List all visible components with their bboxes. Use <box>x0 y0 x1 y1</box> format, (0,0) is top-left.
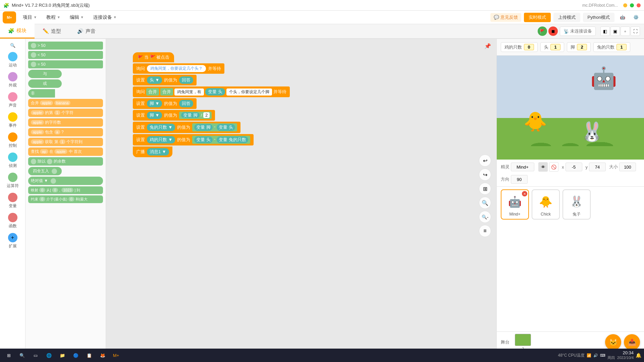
extensions-icon: + <box>8 233 17 242</box>
set-foot-block-2[interactable]: 设置 脚 ▼ 的值为 变量 脚 / 2 <box>133 110 215 121</box>
tab-sound[interactable]: 🔊 声音 <box>69 24 104 39</box>
grid-button[interactable]: ⊞ <box>479 183 491 195</box>
set-foot-block-1[interactable]: 设置 脚 ▼ 的值为 回答 <box>133 98 197 109</box>
close-button[interactable] <box>637 3 641 7</box>
broadcast-block[interactable]: 广播 消息1 ▼ <box>133 146 172 157</box>
tabbar: 🧩 模块 ✏️ 造型 🔊 声音 🚩 ⏹ 📡 未连接设备 ◧ ▣ ▫ ⛶ <box>0 24 644 39</box>
x-position-input[interactable] <box>566 163 582 171</box>
set-chicken-block[interactable]: 设置 鸡的只数 ▼ 的值为 变量 头 - 变量 兔的只数 <box>133 134 254 145</box>
connection-status[interactable]: 📡 未连接设备 <box>560 26 596 36</box>
realtime-mode-button[interactable]: 实时模式 <box>524 13 551 22</box>
event-block[interactable]: 🚩 当 🚩 被点击 <box>133 52 174 62</box>
menu-tutorial[interactable]: 教程 ▼ <box>42 13 64 22</box>
menu-project[interactable]: 项目 ▼ <box>19 13 41 22</box>
undo-button[interactable]: ↩ <box>479 155 491 167</box>
view-left-button[interactable]: ◧ <box>600 26 610 36</box>
app1-button[interactable]: 🔵 <box>70 349 82 361</box>
start-button[interactable]: ⊞ <box>3 349 15 361</box>
tab-blocks[interactable]: 🧩 模块 <box>0 24 35 39</box>
keyboard-icon: ⌨ <box>600 353 605 358</box>
notification-icon[interactable]: 🔔 <box>636 353 641 358</box>
ask-block-1[interactable]: 询问 鸡兔同笼，你要设定几个头？ 并等待 <box>133 63 224 74</box>
sidebar-item-extensions[interactable]: + 扩展 <box>2 232 23 250</box>
view-full-button[interactable]: ⛶ <box>631 26 640 36</box>
sprite-name-input[interactable] <box>511 163 534 171</box>
block-join[interactable]: 合并 apple banana <box>28 99 103 107</box>
chevron-down-icon: ▼ <box>113 15 117 19</box>
block-greater-than[interactable]: > 50 <box>28 42 103 50</box>
view-right-button[interactable]: ▫ <box>621 26 630 36</box>
sidebar-item-sensing[interactable]: 侦测 <box>2 151 23 170</box>
menu-connect[interactable]: 连接设备 ▼ <box>89 13 121 22</box>
minimize-button[interactable] <box>623 3 627 7</box>
block-letter-of[interactable]: apple 的第 1 个字符 <box>28 109 103 117</box>
view-center-button[interactable]: ▣ <box>610 26 620 36</box>
block-get-char[interactable]: apple 获取 第 1 个字符到 <box>28 138 103 146</box>
app3-button[interactable]: 🦊 <box>97 349 109 361</box>
taskview-button[interactable]: ▭ <box>30 349 42 361</box>
block-not[interactable]: 非 <box>28 89 55 98</box>
robot-button[interactable]: 🤖 <box>617 12 628 23</box>
python-mode-button[interactable]: Python模式 <box>583 13 614 22</box>
block-find[interactable]: 查找 ap 在 apple 中 首次 <box>28 147 103 156</box>
y-position-input[interactable] <box>589 163 606 171</box>
sidebar-item-motion[interactable]: 运动 <box>2 51 23 69</box>
block-modulo[interactable]: 除以 的余数 <box>28 157 103 166</box>
block-length-of[interactable]: apple 的字符数 <box>28 118 103 127</box>
feedback-button[interactable]: 💬 意见反馈 <box>490 13 521 22</box>
app2-button[interactable]: 📋 <box>83 349 95 361</box>
sidebar-item-events[interactable]: 事件 <box>2 111 23 130</box>
stop-button[interactable]: ⏹ <box>548 26 558 36</box>
explorer-button[interactable]: 📁 <box>56 349 68 361</box>
green-flag-button[interactable]: 🚩 <box>538 26 547 36</box>
block-round[interactable]: 四舍五入 <box>28 167 62 175</box>
sprite-item-chick[interactable]: 🐥 Chick <box>532 189 560 220</box>
control-icon <box>8 132 17 142</box>
zoom-out-button[interactable]: 🔍- <box>479 211 491 223</box>
direction-input[interactable] <box>511 175 528 184</box>
block-and[interactable]: 与 <box>28 70 62 78</box>
block-map[interactable]: 映射 0 从[ 0 , 1023 ] 到 <box>28 186 103 194</box>
delete-sprite-button[interactable]: ✕ <box>522 191 527 196</box>
block-less-than[interactable]: < 50 <box>28 51 103 59</box>
show-sprite-button[interactable]: 👁 <box>538 162 548 172</box>
block-abs[interactable]: 绝对值 ▼ <box>28 177 103 185</box>
sidebar-item-variables[interactable]: 变量 <box>2 191 23 210</box>
mindplus-taskbar-button[interactable]: M+ <box>110 349 122 361</box>
stage-backdrop[interactable]: 2 <box>515 334 531 351</box>
sidebar-item-looks[interactable]: 外观 <box>2 71 23 89</box>
hide-sprite-button[interactable]: 🚫 <box>549 162 558 172</box>
upload-mode-button[interactable]: 上传模式 <box>553 13 580 22</box>
block-or[interactable]: 或 <box>28 79 62 88</box>
redo-button[interactable]: ↪ <box>479 169 491 181</box>
tab-costume[interactable]: ✏️ 造型 <box>35 24 69 39</box>
block-equals[interactable]: = 50 <box>28 60 103 68</box>
search-taskbar-button[interactable]: 🔍 <box>16 349 28 361</box>
volume-icon: 🔊 <box>593 353 598 358</box>
size-input[interactable] <box>619 163 636 171</box>
code-canvas[interactable]: 📌 🚩 当 🚩 被点击 询问 鸡兔同笼，你要设定几个头？ 并等待 设置 头 ▼ … <box>106 39 496 353</box>
sidebar-item-functions[interactable]: 函数 <box>2 212 23 230</box>
set-head-block[interactable]: 设置 头 ▼ 的值为 回答 <box>133 75 197 85</box>
sprite-item-mindplus[interactable]: ✕ 🤖 Mind+ <box>501 189 529 220</box>
set-rabbit-block[interactable]: 设置 兔的只数 ▼ 的值为 变量 脚 - 变量 头 <box>133 122 240 133</box>
sidebar-item-control[interactable]: 控制 <box>2 131 23 150</box>
sprite-item-rabbit[interactable]: 🐰 兔子 <box>562 189 591 220</box>
search-button[interactable]: 🔍 <box>10 42 15 49</box>
block-contains[interactable]: apple 包含 a ? <box>28 128 103 136</box>
edge-button[interactable]: 🌐 <box>43 349 55 361</box>
maximize-button[interactable] <box>630 3 634 7</box>
block-constrain[interactable]: 约束 0 介于(最小值) 0 和(最大 <box>28 195 103 203</box>
app-logo[interactable]: M+ <box>3 11 15 23</box>
menu-edit[interactable]: 编辑 ▼ <box>66 13 88 22</box>
sidebar-item-operators[interactable]: 运算符 <box>2 171 23 190</box>
upload-sprite-button[interactable]: 📤 <box>624 334 640 350</box>
ask-block-2[interactable]: 询问 合并 合并 鸡兔同笼，有 变量 头 个头，你要设定几个脚 并等待 <box>133 86 290 97</box>
zoom-in-button[interactable]: 🔍 <box>479 197 491 209</box>
settings-button[interactable]: ⚙️ <box>631 12 641 23</box>
sidebar-item-sound[interactable]: 声音 <box>2 91 23 110</box>
menu-button[interactable]: ≡ <box>479 225 491 237</box>
taskbar: ⊞ 🔍 ▭ 🌐 📁 🔵 📋 🦊 M+ 48°C CPU温度 📶 🔊 ⌨ 20:3… <box>0 349 644 362</box>
add-sprite-button[interactable]: 🐱 <box>605 334 621 350</box>
pin-button[interactable]: 📌 <box>484 43 491 49</box>
